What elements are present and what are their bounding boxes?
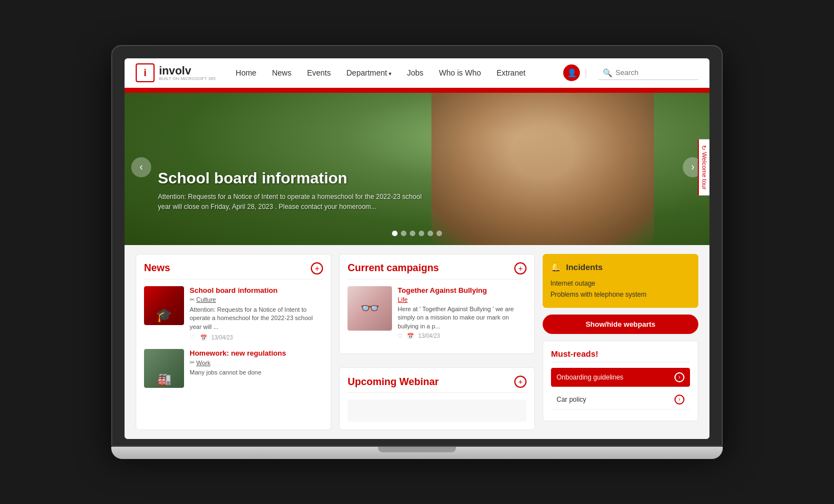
hero-dot-5[interactable] xyxy=(428,231,433,236)
hero-title: School board information xyxy=(158,169,425,187)
nav-who-is-who[interactable]: Who is Who xyxy=(433,64,488,82)
webinar-title: Upcoming Webinar xyxy=(348,376,439,388)
welcome-tour-tab[interactable]: ↻ Welcome tour xyxy=(698,139,709,196)
nav-extranet[interactable]: Extranet xyxy=(490,64,532,82)
welcome-tour-arrow: ↻ xyxy=(701,145,708,150)
incidents-list: Internet outage Problems with telephone … xyxy=(550,278,691,300)
campaign-title-1[interactable]: Together Against Bullying xyxy=(398,286,527,295)
campaign-subtitle-1[interactable]: Life xyxy=(398,296,527,303)
news-section-title: News xyxy=(144,262,170,274)
campaign-emoji-1: 👓 xyxy=(360,299,380,317)
incidents-header: 🔔 Incidents xyxy=(550,262,691,272)
nav-news[interactable]: News xyxy=(265,64,298,82)
user-avatar[interactable]: 👤 xyxy=(563,64,580,81)
news-desc-1: Attention: Requests for a Notice of Inte… xyxy=(190,306,323,331)
news-section: News + School board information ✂ Cultur… xyxy=(136,254,331,430)
must-read-label-2: Car policy xyxy=(557,396,586,403)
hero-content: School board information Attention: Requ… xyxy=(158,169,425,212)
avatar-icon: 👤 xyxy=(567,68,577,77)
nav-department[interactable]: Department xyxy=(340,64,398,82)
laptop-container: i involv BUILT ON MICROSOFT 365 Home New… xyxy=(111,45,723,459)
webinar-section: Upcoming Webinar + xyxy=(339,367,535,430)
nav-home[interactable]: Home xyxy=(229,64,263,82)
hero-prev-button[interactable]: ‹ xyxy=(131,157,151,177)
news-category-icon-2: ✂ xyxy=(190,359,195,366)
search-box[interactable]: 🔍 xyxy=(598,66,698,80)
campaigns-section: Current campaigns + 👓 Together Against B… xyxy=(339,254,535,354)
search-icon: 🔍 xyxy=(603,68,612,77)
news-thumb-2 xyxy=(144,349,184,388)
campaigns-header: Current campaigns + xyxy=(348,262,527,280)
hero-dot-4[interactable] xyxy=(419,231,424,236)
search-input[interactable] xyxy=(615,68,694,77)
incident-item-2[interactable]: Problems with telephone system xyxy=(550,289,691,300)
news-category-2: ✂ Work xyxy=(190,359,323,366)
nav-jobs[interactable]: Jobs xyxy=(400,64,430,82)
hero-dot-6[interactable] xyxy=(436,231,442,236)
incident-item-1[interactable]: Internet outage xyxy=(550,278,691,289)
news-like-1[interactable]: ♡ xyxy=(190,333,196,341)
incidents-title: Incidents xyxy=(566,262,603,272)
logo-area[interactable]: i involv BUILT ON MICROSOFT 365 xyxy=(136,63,216,82)
must-reads-title: Must-reads! xyxy=(551,349,690,362)
hero-red-bar xyxy=(125,89,709,93)
hero-description: Attention: Requests for a Notice of Inte… xyxy=(158,192,425,212)
middle-column: Current campaigns + 👓 Together Against B… xyxy=(339,254,535,430)
show-hide-webparts-button[interactable]: Show/hide webparts xyxy=(543,315,698,334)
hero-dots xyxy=(392,231,442,236)
must-read-circle-2: › xyxy=(674,395,684,405)
webinar-add-button[interactable]: + xyxy=(514,376,527,388)
campaign-meta-1: ♡ 📅 13/04/23 xyxy=(398,333,527,339)
must-reads-card: Must-reads! Onboarding guidelines › Car … xyxy=(543,341,698,421)
nav-divider: | xyxy=(584,67,587,79)
must-read-circle-1: › xyxy=(674,372,684,382)
hero-dot-3[interactable] xyxy=(410,231,415,236)
news-category-icon-1: ✂ xyxy=(190,296,195,303)
news-category-tag-1[interactable]: Culture xyxy=(196,296,216,303)
campaign-date-1: 13/04/23 xyxy=(418,333,440,339)
news-add-button[interactable]: + xyxy=(311,262,323,275)
news-category-tag-2[interactable]: Work xyxy=(196,360,210,366)
news-body-2: Homework: new regulations ✂ Work Many jo… xyxy=(190,349,323,388)
logo-icon: i xyxy=(136,63,155,82)
news-item-2: Homework: new regulations ✂ Work Many jo… xyxy=(144,349,323,388)
logo-sub: BUILT ON MICROSOFT 365 xyxy=(159,76,216,81)
incidents-bell-icon: 🔔 xyxy=(550,262,562,272)
news-desc-2: Many jobs cannot be done xyxy=(190,368,323,377)
welcome-tour-label: Welcome tour xyxy=(701,152,708,190)
webinar-placeholder xyxy=(348,400,527,422)
news-meta-1: ♡ 📅 13/04/23 xyxy=(190,333,323,341)
hero-banner: School board information Attention: Requ… xyxy=(125,89,709,245)
incidents-card: 🔔 Incidents Internet outage Problems wit… xyxy=(543,254,698,308)
browser-window: i involv BUILT ON MICROSOFT 365 Home New… xyxy=(125,58,709,439)
logo-name: involv xyxy=(159,64,191,77)
campaign-calendar-icon-1: 📅 xyxy=(407,333,414,339)
news-category-1: ✂ Culture xyxy=(190,296,323,303)
main-content: News + School board information ✂ Cultur… xyxy=(125,245,709,439)
campaign-like-1[interactable]: ♡ xyxy=(398,333,403,339)
laptop-base xyxy=(111,447,723,459)
nav-icons: 👤 | 🔍 xyxy=(563,64,698,81)
screen-bezel: i involv BUILT ON MICROSOFT 365 Home New… xyxy=(111,45,723,447)
news-thumb-1 xyxy=(144,286,184,325)
hero-dot-2[interactable] xyxy=(401,231,406,236)
logo-text: involv BUILT ON MICROSOFT 365 xyxy=(159,64,216,81)
news-calendar-icon-1: 📅 xyxy=(200,335,207,341)
news-title-1[interactable]: School board information xyxy=(190,286,323,295)
webinar-header: Upcoming Webinar + xyxy=(348,376,527,393)
must-read-item-1[interactable]: Onboarding guidelines › xyxy=(551,368,690,387)
nav-links: Home News Events Department Jobs Who is … xyxy=(229,64,564,82)
news-section-header: News + xyxy=(144,262,323,280)
news-item: School board information ✂ Culture Atten… xyxy=(144,286,323,341)
campaign-item-1: 👓 Together Against Bullying Life Here at… xyxy=(348,286,527,339)
campaigns-add-button[interactable]: + xyxy=(514,262,527,275)
hero-dot-1[interactable] xyxy=(392,231,398,236)
navigation-bar: i involv BUILT ON MICROSOFT 365 Home New… xyxy=(125,58,709,89)
nav-events[interactable]: Events xyxy=(300,64,337,82)
news-body-1: School board information ✂ Culture Atten… xyxy=(190,286,323,341)
news-date-1: 13/04/23 xyxy=(211,335,233,341)
must-read-label-1: Onboarding guidelines xyxy=(557,373,623,381)
must-read-item-2[interactable]: Car policy › xyxy=(551,390,690,410)
right-panel: 🔔 Incidents Internet outage Problems wit… xyxy=(543,254,698,430)
news-title-2[interactable]: Homework: new regulations xyxy=(190,349,323,357)
